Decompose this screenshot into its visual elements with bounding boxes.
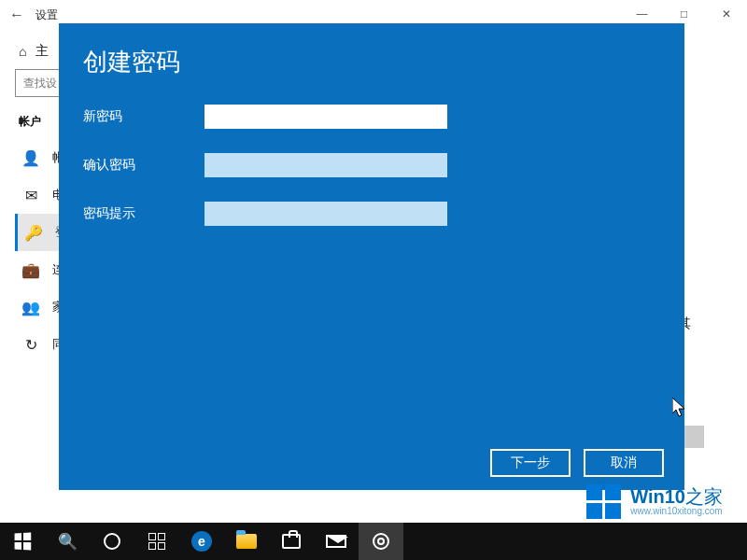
create-password-dialog: 创建密码 新密码 确认密码 密码提示 下一步 取消 bbox=[59, 23, 684, 490]
home-icon: ⌂ bbox=[19, 44, 26, 59]
search-placeholder: 查找设 bbox=[23, 76, 57, 91]
taskbar: 🔍 e bbox=[0, 523, 747, 560]
taskbar-file-explorer[interactable] bbox=[224, 523, 269, 560]
watermark-brand-suffix: 之家 bbox=[685, 486, 723, 507]
back-button[interactable]: ← bbox=[4, 2, 30, 28]
search-icon: 🔍 bbox=[58, 532, 78, 552]
new-password-input[interactable] bbox=[204, 105, 447, 129]
people-icon: 👥 bbox=[22, 299, 39, 315]
store-icon bbox=[282, 534, 301, 549]
watermark-brand-prefix: Win10 bbox=[630, 486, 685, 507]
watermark-text: Win10之家 www.win10xitong.com bbox=[630, 487, 723, 516]
mail-icon: ✉ bbox=[22, 187, 39, 203]
hint-input[interactable] bbox=[204, 202, 447, 226]
mail-taskbar-icon bbox=[326, 535, 346, 548]
close-button[interactable]: ✕ bbox=[705, 0, 747, 28]
taskbar-cortana[interactable] bbox=[90, 523, 134, 560]
new-password-label: 新密码 bbox=[83, 108, 204, 125]
taskbar-mail[interactable] bbox=[314, 523, 359, 560]
start-icon bbox=[15, 533, 32, 551]
dialog-footer: 下一步 取消 bbox=[490, 449, 664, 477]
dialog-title: 创建密码 bbox=[83, 46, 660, 78]
taskbar-settings[interactable] bbox=[359, 523, 403, 560]
watermark: Win10之家 www.win10xitong.com bbox=[586, 484, 723, 519]
home-label: 主 bbox=[35, 43, 49, 60]
sync-icon: ↻ bbox=[22, 336, 39, 353]
person-card-icon: 👤 bbox=[22, 149, 39, 166]
key-icon: 🔑 bbox=[25, 224, 42, 241]
next-button[interactable]: 下一步 bbox=[490, 449, 571, 477]
window-title: 设置 bbox=[35, 7, 58, 23]
taskbar-task-view[interactable] bbox=[134, 523, 179, 560]
task-view-icon bbox=[148, 533, 165, 550]
start-button[interactable] bbox=[0, 523, 45, 560]
hint-label: 密码提示 bbox=[83, 205, 204, 222]
cortana-icon bbox=[104, 533, 120, 550]
form-row-hint: 密码提示 bbox=[83, 202, 660, 226]
form-row-confirm-password: 确认密码 bbox=[83, 153, 660, 177]
confirm-password-label: 确认密码 bbox=[83, 157, 204, 174]
taskbar-store[interactable] bbox=[269, 523, 314, 560]
watermark-url: www.win10xitong.com bbox=[630, 506, 723, 516]
cancel-button[interactable]: 取消 bbox=[584, 449, 664, 477]
gear-icon bbox=[373, 533, 389, 550]
taskbar-search[interactable]: 🔍 bbox=[45, 523, 90, 560]
confirm-password-input[interactable] bbox=[204, 153, 447, 177]
form-row-new-password: 新密码 bbox=[83, 105, 660, 129]
folder-icon bbox=[236, 534, 257, 549]
edge-icon: e bbox=[191, 531, 212, 552]
taskbar-edge[interactable]: e bbox=[179, 523, 224, 560]
windows-logo-icon bbox=[586, 484, 621, 519]
briefcase-icon: 💼 bbox=[22, 261, 39, 278]
